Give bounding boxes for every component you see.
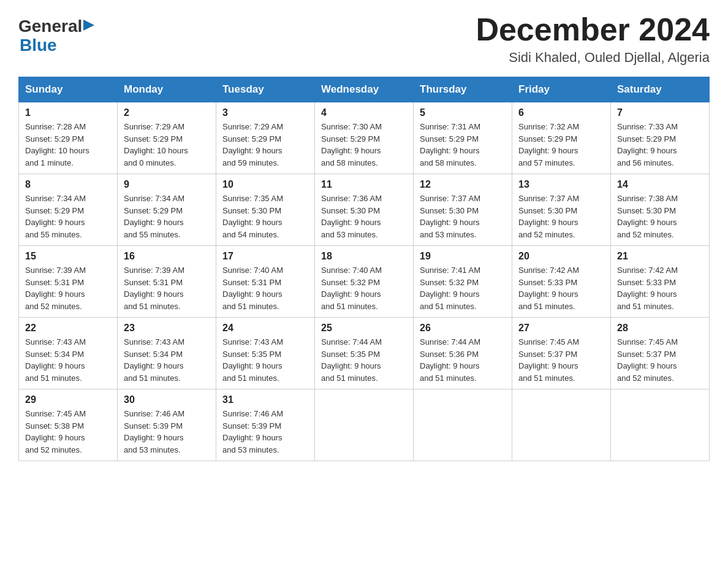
day-number: 17 <box>222 251 308 262</box>
day-info: Sunrise: 7:36 AMSunset: 5:30 PMDaylight:… <box>321 193 407 240</box>
day-number: 28 <box>617 323 703 334</box>
day-info: Sunrise: 7:30 AMSunset: 5:29 PMDaylight:… <box>321 121 407 169</box>
svg-marker-0 <box>83 20 94 31</box>
day-number: 12 <box>420 179 506 190</box>
calendar-week-row: 15Sunrise: 7:39 AMSunset: 5:31 PMDayligh… <box>19 246 710 318</box>
calendar-cell: 12Sunrise: 7:37 AMSunset: 5:30 PMDayligh… <box>414 174 512 246</box>
day-info: Sunrise: 7:46 AMSunset: 5:39 PMDaylight:… <box>124 408 210 456</box>
day-number: 10 <box>222 179 308 190</box>
calendar-cell: 22Sunrise: 7:43 AMSunset: 5:34 PMDayligh… <box>19 318 118 389</box>
calendar-cell <box>611 389 710 461</box>
day-info: Sunrise: 7:40 AMSunset: 5:32 PMDaylight:… <box>321 264 407 312</box>
day-number: 24 <box>222 323 308 334</box>
day-number: 4 <box>321 107 407 118</box>
day-info: Sunrise: 7:34 AMSunset: 5:29 PMDaylight:… <box>25 193 111 240</box>
day-number: 14 <box>617 179 703 190</box>
day-info: Sunrise: 7:45 AMSunset: 5:37 PMDaylight:… <box>518 336 604 384</box>
day-number: 18 <box>321 251 407 262</box>
day-number: 22 <box>25 323 111 334</box>
calendar-week-row: 22Sunrise: 7:43 AMSunset: 5:34 PMDayligh… <box>19 318 710 389</box>
calendar-cell: 13Sunrise: 7:37 AMSunset: 5:30 PMDayligh… <box>512 174 611 246</box>
calendar-subtitle: Sidi Khaled, Ouled Djellal, Algeria <box>476 50 710 66</box>
day-number: 15 <box>25 251 111 262</box>
day-info: Sunrise: 7:40 AMSunset: 5:31 PMDaylight:… <box>222 264 308 312</box>
day-number: 27 <box>518 323 604 334</box>
day-number: 1 <box>25 107 111 118</box>
calendar-cell: 10Sunrise: 7:35 AMSunset: 5:30 PMDayligh… <box>216 174 315 246</box>
calendar-cell: 31Sunrise: 7:46 AMSunset: 5:39 PMDayligh… <box>216 389 315 461</box>
day-info: Sunrise: 7:35 AMSunset: 5:30 PMDaylight:… <box>222 193 308 240</box>
day-number: 2 <box>124 107 210 118</box>
weekday-header-friday: Friday <box>512 77 611 102</box>
day-info: Sunrise: 7:39 AMSunset: 5:31 PMDaylight:… <box>124 264 210 312</box>
calendar-cell: 23Sunrise: 7:43 AMSunset: 5:34 PMDayligh… <box>118 318 216 389</box>
calendar-cell <box>315 389 414 461</box>
day-number: 6 <box>518 107 604 118</box>
calendar-cell: 15Sunrise: 7:39 AMSunset: 5:31 PMDayligh… <box>19 246 118 318</box>
calendar-cell: 11Sunrise: 7:36 AMSunset: 5:30 PMDayligh… <box>315 174 414 246</box>
logo-blue: Blue <box>20 36 57 55</box>
calendar-cell: 26Sunrise: 7:44 AMSunset: 5:36 PMDayligh… <box>414 318 512 389</box>
calendar-cell: 16Sunrise: 7:39 AMSunset: 5:31 PMDayligh… <box>118 246 216 318</box>
calendar-cell: 19Sunrise: 7:41 AMSunset: 5:32 PMDayligh… <box>414 246 512 318</box>
day-info: Sunrise: 7:34 AMSunset: 5:29 PMDaylight:… <box>124 193 210 240</box>
weekday-header-sunday: Sunday <box>19 77 118 102</box>
logo: General Blue <box>18 17 97 55</box>
calendar-cell: 9Sunrise: 7:34 AMSunset: 5:29 PMDaylight… <box>118 174 216 246</box>
calendar-cell: 4Sunrise: 7:30 AMSunset: 5:29 PMDaylight… <box>315 102 414 174</box>
day-number: 31 <box>222 394 308 405</box>
calendar-cell <box>512 389 611 461</box>
weekday-header-monday: Monday <box>118 77 216 102</box>
day-info: Sunrise: 7:33 AMSunset: 5:29 PMDaylight:… <box>617 121 703 169</box>
day-number: 21 <box>617 251 703 262</box>
weekday-header-row: SundayMondayTuesdayWednesdayThursdayFrid… <box>19 77 710 102</box>
day-info: Sunrise: 7:38 AMSunset: 5:30 PMDaylight:… <box>617 193 703 240</box>
day-info: Sunrise: 7:45 AMSunset: 5:38 PMDaylight:… <box>25 408 111 456</box>
day-number: 25 <box>321 323 407 334</box>
calendar-cell: 29Sunrise: 7:45 AMSunset: 5:38 PMDayligh… <box>19 389 118 461</box>
calendar-cell: 18Sunrise: 7:40 AMSunset: 5:32 PMDayligh… <box>315 246 414 318</box>
page-header: General Blue December 2024 Sidi Khaled, … <box>18 12 710 66</box>
calendar-cell: 8Sunrise: 7:34 AMSunset: 5:29 PMDaylight… <box>19 174 118 246</box>
day-info: Sunrise: 7:39 AMSunset: 5:31 PMDaylight:… <box>25 264 111 312</box>
calendar-cell <box>414 389 512 461</box>
calendar-cell: 21Sunrise: 7:42 AMSunset: 5:33 PMDayligh… <box>611 246 710 318</box>
day-number: 13 <box>518 179 604 190</box>
day-number: 8 <box>25 179 111 190</box>
day-number: 19 <box>420 251 506 262</box>
day-info: Sunrise: 7:42 AMSunset: 5:33 PMDaylight:… <box>617 264 703 312</box>
day-number: 11 <box>321 179 407 190</box>
day-info: Sunrise: 7:44 AMSunset: 5:35 PMDaylight:… <box>321 336 407 384</box>
calendar-cell: 27Sunrise: 7:45 AMSunset: 5:37 PMDayligh… <box>512 318 611 389</box>
day-number: 5 <box>420 107 506 118</box>
day-info: Sunrise: 7:44 AMSunset: 5:36 PMDaylight:… <box>420 336 506 384</box>
calendar-title-area: December 2024 Sidi Khaled, Ouled Djellal… <box>476 12 710 66</box>
calendar-cell: 24Sunrise: 7:43 AMSunset: 5:35 PMDayligh… <box>216 318 315 389</box>
day-info: Sunrise: 7:43 AMSunset: 5:34 PMDaylight:… <box>124 336 210 384</box>
calendar-cell: 6Sunrise: 7:32 AMSunset: 5:29 PMDaylight… <box>512 102 611 174</box>
day-info: Sunrise: 7:46 AMSunset: 5:39 PMDaylight:… <box>222 408 308 456</box>
calendar-title: December 2024 <box>476 12 710 47</box>
day-number: 30 <box>124 394 210 405</box>
calendar-cell: 7Sunrise: 7:33 AMSunset: 5:29 PMDaylight… <box>611 102 710 174</box>
day-number: 20 <box>518 251 604 262</box>
weekday-header-saturday: Saturday <box>611 77 710 102</box>
calendar-week-row: 1Sunrise: 7:28 AMSunset: 5:29 PMDaylight… <box>19 102 710 174</box>
day-info: Sunrise: 7:41 AMSunset: 5:32 PMDaylight:… <box>420 264 506 312</box>
calendar-week-row: 29Sunrise: 7:45 AMSunset: 5:38 PMDayligh… <box>19 389 710 461</box>
calendar-table: SundayMondayTuesdayWednesdayThursdayFrid… <box>18 77 710 461</box>
calendar-cell: 2Sunrise: 7:29 AMSunset: 5:29 PMDaylight… <box>118 102 216 174</box>
day-info: Sunrise: 7:37 AMSunset: 5:30 PMDaylight:… <box>518 193 604 240</box>
day-info: Sunrise: 7:45 AMSunset: 5:37 PMDaylight:… <box>617 336 703 384</box>
weekday-header-wednesday: Wednesday <box>315 77 414 102</box>
calendar-cell: 30Sunrise: 7:46 AMSunset: 5:39 PMDayligh… <box>118 389 216 461</box>
day-info: Sunrise: 7:37 AMSunset: 5:30 PMDaylight:… <box>420 193 506 240</box>
calendar-cell: 5Sunrise: 7:31 AMSunset: 5:29 PMDaylight… <box>414 102 512 174</box>
day-info: Sunrise: 7:43 AMSunset: 5:35 PMDaylight:… <box>222 336 308 384</box>
day-number: 7 <box>617 107 703 118</box>
calendar-week-row: 8Sunrise: 7:34 AMSunset: 5:29 PMDaylight… <box>19 174 710 246</box>
weekday-header-tuesday: Tuesday <box>216 77 315 102</box>
day-number: 9 <box>124 179 210 190</box>
day-info: Sunrise: 7:32 AMSunset: 5:29 PMDaylight:… <box>518 121 604 169</box>
weekday-header-thursday: Thursday <box>414 77 512 102</box>
